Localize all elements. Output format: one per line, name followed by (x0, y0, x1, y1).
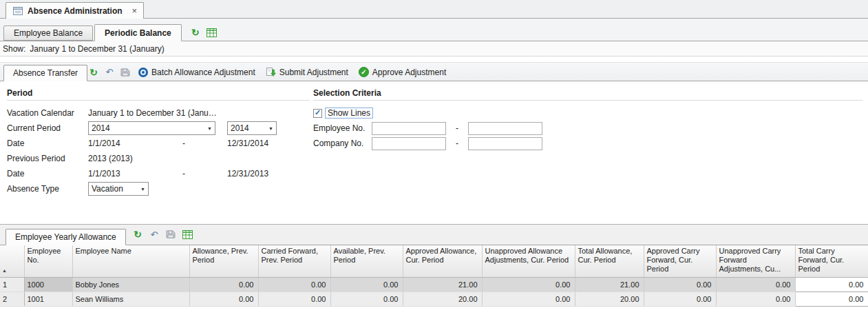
cell-available-prev[interactable]: 0.00 (330, 277, 403, 292)
cell-employee-no[interactable]: 1001 (24, 292, 72, 306)
grid-view-button[interactable] (182, 229, 193, 240)
save-icon (166, 229, 176, 239)
current-date-to: 12/31/2014 (227, 139, 268, 148)
col-header-unapproved-carry-forward-adj[interactable]: Unapproved Carry Forward Adjustments, Cu… (716, 245, 795, 277)
current-period-select-2[interactable]: 2014 ▼ (227, 121, 277, 135)
tab-absence-transfer[interactable]: Absence Transfer (3, 65, 87, 81)
previous-date-to: 12/31/2013 (227, 169, 268, 178)
col-header-approved-allowance-cur[interactable]: Approved Allowance, Cur. Period (403, 245, 482, 277)
date-range-separator: - (182, 139, 227, 148)
cell-available-prev[interactable]: 0.00 (330, 292, 403, 306)
employee-no-to-input[interactable] (468, 122, 542, 135)
grid-toolbar-buttons: ↻ ↶ (132, 225, 193, 244)
tab-employee-yearly-allowance[interactable]: Employee Yearly Allowance (6, 229, 126, 245)
vacation-calendar-row: Vacation Calendar January 1 to December … (7, 105, 310, 121)
cell-total-allowance-cur[interactable]: 21.00 (575, 277, 644, 292)
cell-employee-no[interactable]: 1000 (24, 277, 72, 292)
spacer (0, 57, 868, 62)
undo-button[interactable]: ↶ (104, 67, 115, 78)
employee-no-from-input[interactable] (372, 122, 446, 135)
grid-tab-bar: Employee Yearly Allowance ↻ ↶ (0, 225, 868, 245)
col-header-carried-forward-prev[interactable]: Carried Forward, Prev. Period (258, 245, 330, 277)
absence-type-select[interactable]: Vacation ▼ (88, 182, 149, 196)
show-lines-checkbox[interactable]: ✓ (313, 109, 322, 118)
table-row[interactable]: 2 1001 Sean Williams 0.00 0.00 0.00 20.0… (0, 292, 868, 306)
tab-periodic-balance[interactable]: Periodic Balance (94, 24, 182, 41)
tab-employee-balance[interactable]: Employee Balance (3, 25, 93, 41)
document-tab-absence-administration[interactable]: Absence Administration × (6, 2, 144, 19)
show-value[interactable]: January 1 to December 31 (January) (30, 44, 164, 54)
period-group: Period Vacation Calendar January 1 to De… (7, 88, 310, 224)
cell-total-allowance-cur[interactable]: 20.00 (575, 292, 644, 306)
allowance-table: ▲ Employee No. Employee Name Allowance, … (0, 245, 868, 307)
cell-unapproved-allowance-adj[interactable]: 0.00 (482, 277, 575, 292)
employee-no-label: Employee No. (313, 123, 372, 133)
col-header-approved-carry-forward[interactable]: Approved Carry Forward, Cur. Period (644, 245, 716, 277)
cell-allowance-prev[interactable]: 0.00 (189, 277, 258, 292)
cell-approved-carry-forward[interactable]: 0.00 (644, 292, 716, 306)
show-lines-label[interactable]: Show Lines (325, 108, 373, 119)
rownum-header[interactable]: ▲ (0, 245, 24, 277)
close-tab-icon[interactable]: × (132, 6, 138, 15)
sort-ascending-icon: ▲ (2, 266, 7, 275)
previous-date-from: 1/1/2013 (88, 169, 182, 178)
vacation-calendar-value[interactable]: January 1 to December 31 (Janu… (88, 108, 217, 118)
cell-carried-forward-prev[interactable]: 0.00 (258, 277, 330, 292)
document-tab-title: Absence Administration (28, 6, 123, 16)
range-separator: - (446, 123, 468, 133)
previous-date-row: Date 1/1/2013 - 12/31/2013 (7, 166, 310, 181)
current-period-label: Current Period (7, 123, 88, 133)
tab-periodic-balance-label: Periodic Balance (105, 28, 171, 38)
row-number[interactable]: 1 (0, 277, 24, 292)
tab-employee-balance-label: Employee Balance (14, 28, 83, 38)
cell-carried-forward-prev[interactable]: 0.00 (258, 292, 330, 306)
col-header-unapproved-allowance-adj[interactable]: Unapproved Allowance Adjustments, Cur. P… (482, 245, 575, 277)
cell-unapproved-allowance-adj[interactable]: 0.00 (482, 292, 575, 306)
chevron-down-icon: ▼ (204, 126, 215, 131)
cell-employee-name[interactable]: Bobby Jones (72, 277, 189, 292)
document-tab-bar: Absence Administration × (0, 0, 868, 19)
row-number[interactable]: 2 (0, 292, 24, 306)
company-no-from-input[interactable] (372, 137, 446, 150)
cell-allowance-prev[interactable]: 0.00 (189, 292, 258, 306)
save-button[interactable] (120, 67, 131, 78)
grid-view-button[interactable] (207, 27, 218, 38)
undo-button[interactable]: ↶ (149, 229, 160, 240)
company-no-to-input[interactable] (468, 137, 542, 150)
cell-unapproved-carry-forward-adj[interactable]: 0.00 (716, 292, 795, 306)
col-header-allowance-prev[interactable]: Allowance, Prev. Period (189, 245, 258, 277)
refresh-button[interactable]: ↻ (132, 229, 143, 240)
col-header-total-allowance-cur[interactable]: Total Allowance, Cur. Period (575, 245, 644, 277)
col-header-employee-no[interactable]: Employee No. (24, 245, 72, 277)
cell-total-carry-forward[interactable]: 0.00 (795, 277, 868, 292)
cell-total-carry-forward[interactable]: 0.00 (795, 292, 868, 306)
allowance-table-wrap: ▲ Employee No. Employee Name Allowance, … (0, 245, 868, 317)
batch-allowance-adjustment-button[interactable]: Batch Allowance Adjustment (136, 66, 258, 79)
cell-approved-allowance-cur[interactable]: 21.00 (403, 277, 482, 292)
grid-icon (182, 230, 193, 239)
refresh-icon: ↻ (89, 68, 98, 77)
refresh-button[interactable]: ↻ (88, 67, 99, 78)
cell-unapproved-carry-forward-adj[interactable]: 0.00 (716, 277, 795, 292)
submit-adjustment-icon (266, 67, 276, 77)
cell-employee-name[interactable]: Sean Williams (72, 292, 189, 306)
cell-approved-allowance-cur[interactable]: 20.00 (403, 292, 482, 306)
col-header-available-prev[interactable]: Available, Prev. Period (330, 245, 403, 277)
refresh-button[interactable]: ↻ (190, 27, 201, 38)
periodic-balance-panel: Period Vacation Calendar January 1 to De… (0, 81, 868, 224)
current-date-from: 1/1/2014 (88, 139, 182, 148)
current-period-select-1[interactable]: 2014 ▼ (88, 121, 215, 135)
vacation-calendar-label: Vacation Calendar (7, 108, 88, 118)
submit-adjustment-button[interactable]: Submit Adjustment (263, 65, 351, 79)
col-header-total-carry-forward[interactable]: Total Carry Forward, Cur. Period (795, 245, 868, 277)
col-header-employee-name[interactable]: Employee Name (72, 245, 189, 277)
approve-adjustment-button[interactable]: ✓ Approve Adjustment (356, 65, 449, 79)
cell-approved-carry-forward[interactable]: 0.00 (644, 277, 716, 292)
refresh-icon: ↻ (191, 28, 200, 37)
absence-transfer-toolbar: Absence Transfer ↻ ↶ Batch Allowance Adj… (0, 62, 868, 81)
table-row[interactable]: 1 1000 Bobby Jones 0.00 0.00 0.00 21.00 … (0, 277, 868, 292)
save-button[interactable] (165, 229, 176, 240)
period-heading: Period (7, 88, 310, 98)
previous-period-label: Previous Period (7, 154, 88, 163)
page-tab-tools: ↻ (190, 27, 218, 38)
